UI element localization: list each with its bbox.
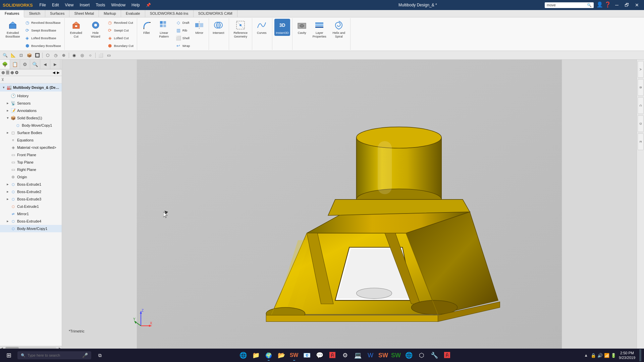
tree-boss-extrude1[interactable]: ► ⬡ Boss-Extrude1 (0, 181, 62, 188)
restore-button[interactable]: 🗗 (623, 1, 631, 9)
menu-file[interactable]: File (37, 2, 49, 8)
panel-tab-feature-tree[interactable]: 🌳 (0, 60, 10, 69)
menu-view[interactable]: View (62, 2, 76, 8)
start-button[interactable]: ⊞ (3, 349, 15, 361)
view-section-button[interactable]: ⊡ (17, 52, 25, 59)
show-desktop-button[interactable] (639, 349, 641, 361)
search-input[interactable] (547, 3, 587, 7)
taskbar-chrome[interactable]: 🌍 (263, 349, 275, 361)
taskbar-word[interactable]: W (365, 349, 377, 361)
layer-properties-button[interactable]: Layer Properties (310, 19, 329, 40)
taskbar-app16[interactable]: 🅰 (441, 349, 453, 361)
solid-bodies-expander[interactable]: ▼ (5, 116, 10, 120)
taskbar-explorer[interactable]: 📁 (250, 349, 262, 361)
swept-cut-button[interactable]: ⟳ Swept Cut (106, 26, 135, 34)
tab-sketch[interactable]: Sketch (24, 10, 45, 17)
taskbar-app14[interactable]: ⬡ (416, 349, 428, 361)
boundary-boss-base-button[interactable]: ⬢ Boundary Boss/Base (23, 42, 62, 49)
shell-button[interactable]: ⬜ Shell (174, 34, 192, 42)
view-3d-button[interactable]: 📦 (25, 52, 33, 59)
tree-sensors[interactable]: ► 📡 Sensors (0, 100, 62, 107)
tree-mirror1[interactable]: ⇌ Mirror1 (0, 210, 62, 218)
be2-expander[interactable]: ► (5, 189, 10, 194)
reference-geometry-button[interactable]: Reference Geometry (231, 19, 250, 40)
tab-surfaces[interactable]: Surfaces (45, 10, 69, 17)
panel-tab-forward[interactable]: ► (50, 60, 60, 69)
revolved-boss-base-button[interactable]: ◷ Revolved Boss/Base (23, 19, 62, 26)
boundary-cut-button[interactable]: ⬢ Boundary Cut (106, 42, 135, 49)
tree-boss-extrude3[interactable]: ► ⬡ Boss-Extrude3 (0, 195, 62, 203)
taskbar-time[interactable]: 2:50 PM 9/23/2019 (619, 351, 635, 360)
taskbar-edge[interactable]: 🌐 (237, 349, 249, 361)
tree-right-plane[interactable]: ▭ Right Plane (0, 166, 62, 173)
tree-top-plane[interactable]: ▭ Top Plane (0, 159, 62, 166)
revolved-cut-button[interactable]: ◷ Revolved Cut (106, 19, 135, 26)
tree-equations[interactable]: = Equations (0, 136, 62, 144)
taskbar-settings[interactable]: ⚙ (339, 349, 351, 361)
tree-boss-extrude2[interactable]: ► ⬡ Boss-Extrude2 (0, 188, 62, 195)
be1-expander[interactable]: ► (5, 182, 10, 187)
view-shadow-button[interactable]: ○ (87, 52, 94, 59)
canvas-area[interactable]: *Trimetric Z X Y (62, 60, 637, 350)
view-selection-button[interactable]: ▭ (105, 52, 112, 59)
draft-button[interactable]: ◇ Draft (174, 19, 192, 26)
view-appearance-button[interactable]: ◉ (70, 52, 78, 59)
taskbar-acrobat[interactable]: 🅰 (326, 349, 338, 361)
tray-icon-3[interactable]: 📶 (604, 353, 609, 358)
panel-tab-nav[interactable]: ◄ (40, 60, 50, 69)
search-box[interactable]: 🔍 (545, 2, 594, 8)
curves-button[interactable]: Curves (254, 19, 269, 36)
panel-tab-search[interactable]: 🔍 (30, 60, 40, 69)
view-display-button[interactable]: 🔲 (34, 52, 41, 59)
taskbar-search[interactable]: 🔍 🎤 (17, 351, 91, 359)
tab-addins[interactable]: SOLIDWORKS Add-Ins (145, 10, 194, 17)
extruded-boss-base-button[interactable]: Extruded Boss/Base (3, 19, 22, 40)
tree-front-plane[interactable]: ▭ Front Plane (0, 151, 62, 159)
mirror-button[interactable]: Mirror (192, 19, 207, 36)
tree-body-move-copy1[interactable]: ⬡ Body-Move/Copy1 (0, 122, 62, 129)
tree-root[interactable]: ▼ 🏭 Multibody Design_& (Default<<Default (0, 83, 62, 92)
taskbar-skype[interactable]: 💬 (314, 349, 326, 361)
taskbar-app11[interactable]: SW (377, 349, 389, 361)
view-perspective-button[interactable]: ◷ (52, 52, 59, 59)
expand-icon[interactable]: ☰ (6, 70, 10, 75)
taskbar-solidworks[interactable]: SW (288, 349, 300, 361)
help-icon[interactable]: ❓ (604, 1, 611, 9)
tree-boss-extrude4[interactable]: ► ⬡ Boss-Extrude4 (0, 218, 62, 225)
menu-pin[interactable]: 📌 (143, 2, 154, 8)
taskbar-app9[interactable]: 💻 (352, 349, 364, 361)
tab-markup[interactable]: Markup (99, 10, 121, 17)
menu-help[interactable]: Help (129, 2, 143, 8)
taskbar-app12[interactable]: SW (390, 349, 402, 361)
panel-tab-properties[interactable]: 📋 (10, 60, 20, 69)
user-icon[interactable]: 👤 (596, 1, 603, 9)
helix-spiral-button[interactable]: Helix and Spiral (329, 19, 348, 40)
settings-icon[interactable]: ⚙ (15, 70, 19, 75)
lofted-boss-base-button[interactable]: ◈ Lofted Boss/Base (23, 34, 62, 42)
tree-history[interactable]: 🕐 History (0, 92, 62, 100)
menu-edit[interactable]: Edit (49, 2, 62, 8)
menu-window[interactable]: Window (108, 2, 128, 8)
lofted-cut-button[interactable]: ◈ Lofted Cut (106, 34, 135, 42)
view-orient-button[interactable]: ⬡ (44, 52, 51, 59)
tab-cam[interactable]: SOLIDWORKS CAM (194, 10, 237, 17)
tray-icon-2[interactable]: 🔊 (597, 353, 603, 358)
tree-cut-extrude1[interactable]: ⬡ Cut-Extrude1 (0, 203, 62, 210)
tree-annotations[interactable]: ► 📝 Annotations (0, 107, 62, 114)
wrap-button[interactable]: ↩ Wrap (174, 42, 192, 49)
tab-sheet-metal[interactable]: Sheet Metal (69, 10, 99, 17)
close-button[interactable]: ✕ (633, 1, 641, 9)
tray-show-hidden[interactable]: ▲ (584, 353, 588, 358)
tree-material[interactable]: ◈ Material <not specified> (0, 144, 62, 151)
taskbar-outlook[interactable]: 📧 (301, 349, 313, 361)
taskbar-app15[interactable]: 🔧 (428, 349, 440, 361)
view-selector-button[interactable]: 🔍 (1, 52, 9, 59)
tree-solid-bodies[interactable]: ▼ 📦 Solid Bodies(1) (0, 114, 62, 122)
taskbar-files[interactable]: 📂 (275, 349, 287, 361)
instant3d-button[interactable]: 3D Instant3D (274, 19, 290, 36)
taskbar-search-input[interactable] (28, 353, 80, 357)
menu-tools[interactable]: Tools (93, 2, 108, 8)
swept-boss-base-button[interactable]: ⟳ Swept Boss/Base (23, 26, 62, 34)
hole-wizard-button[interactable]: Hole Wizard (86, 19, 105, 40)
intersect-button[interactable]: Intersect (211, 19, 226, 36)
